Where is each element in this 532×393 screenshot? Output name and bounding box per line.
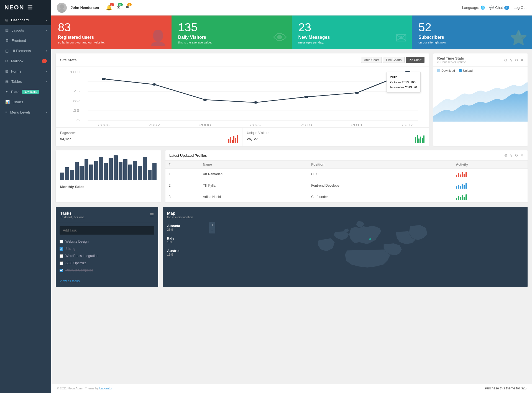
col-activity: Activity xyxy=(452,161,528,169)
stat-sub-messages: messages per day. xyxy=(298,41,405,44)
visitors-label: Unique Visitors xyxy=(247,131,424,135)
area-chart-svg xyxy=(433,75,528,122)
gear-icon[interactable]: ⚙ xyxy=(504,153,508,158)
tasks-panel: Tasks To do list, tick one. ☰ Website De… xyxy=(56,207,158,287)
site-stats-body: 100 75 50 25 0 2006 2007 2008 2009 2010 … xyxy=(56,66,429,146)
bar-item xyxy=(109,158,113,180)
realtime-sub: current server uptime xyxy=(437,60,466,64)
task-checkbox[interactable] xyxy=(60,269,63,272)
task-item: SEO Optimize xyxy=(60,260,154,267)
layouts-icon: ▤ xyxy=(5,28,9,32)
bar-item xyxy=(70,170,74,180)
avatar xyxy=(57,3,67,13)
profiles-title: Latest Updated Profiles xyxy=(169,153,207,158)
svg-text:2009: 2009 xyxy=(250,124,262,127)
sidebar-item-forms[interactable]: ⊟ Forms › xyxy=(0,66,51,76)
line-chart-svg: 100 75 50 25 0 2006 2007 2008 2009 2010 … xyxy=(56,66,429,127)
topbar-right: Language: 🌐 💬 Chat 3 Log Out xyxy=(462,6,526,10)
svg-point-0 xyxy=(60,4,64,9)
map-zoom-out[interactable]: − xyxy=(209,228,215,233)
latest-profiles-panel: Latest Updated Profiles ⚙ ∨ ↻ ✕ # Name P… xyxy=(165,150,528,202)
profiles-controls: ⚙ ∨ ↻ ✕ xyxy=(504,153,524,158)
alerts-button[interactable]: ⚑5 xyxy=(125,5,129,11)
country-pct: 18% xyxy=(167,240,203,244)
author-link[interactable]: Laborator xyxy=(99,387,112,390)
close-icon[interactable]: ✕ xyxy=(520,58,524,62)
hamburger-icon[interactable]: ☰ xyxy=(27,4,33,11)
task-checkbox[interactable] xyxy=(60,254,63,258)
sidebar: NEON ☰ ⊞ Dashboard › ▤ Layouts › 🖥 Front… xyxy=(0,0,51,393)
sidebar-item-charts[interactable]: 📊 Charts xyxy=(0,97,51,107)
sidebar-label-tables: Tables xyxy=(11,79,22,84)
table-row: 1 Art Ramadani CEO xyxy=(165,169,528,180)
notifications-button[interactable]: 🔔3 xyxy=(106,5,112,11)
task-checkbox[interactable] xyxy=(60,261,63,265)
sidebar-item-extra[interactable]: ✦ Extra New Items xyxy=(0,87,51,97)
chat-badge: 3 xyxy=(504,6,509,10)
bar-item xyxy=(138,166,142,180)
content-area: Site Stats Area Chart Line Charts Pie Ch… xyxy=(51,49,532,383)
monthly-sales-panel: Monthly Sales xyxy=(56,150,161,202)
language-selector[interactable]: Language: 🌐 xyxy=(462,6,485,10)
download-label: Download xyxy=(441,69,455,72)
svg-point-27 xyxy=(369,238,371,240)
copyright-text: © 2021 Neon Admin Theme by Laborator xyxy=(57,387,112,390)
svg-point-1 xyxy=(58,9,66,13)
menu-levels-icon: ≡ xyxy=(5,110,7,114)
cell-name: Ylli Pylla xyxy=(200,180,308,191)
username-label: John Henderson xyxy=(71,6,99,10)
add-task-input[interactable] xyxy=(60,226,154,235)
realtime-title: Real Time Stats xyxy=(437,56,466,60)
bar-item xyxy=(94,161,98,180)
chat-button[interactable]: 💬 Chat 3 xyxy=(489,6,509,10)
svg-text:2010: 2010 xyxy=(300,124,312,127)
tab-pie-chart[interactable]: Pie Chart xyxy=(406,57,424,63)
tab-line-charts[interactable]: Line Charts xyxy=(383,57,405,63)
country-pct: 15% xyxy=(167,253,203,256)
tab-area-chart[interactable]: Area Chart xyxy=(361,57,382,63)
country-name: Albania xyxy=(167,224,203,228)
chevron-down-icon[interactable]: ∨ xyxy=(510,58,513,62)
bar-item xyxy=(114,155,118,180)
cell-activity xyxy=(452,169,528,180)
sidebar-label-menu-levels: Menu Levels xyxy=(10,110,31,114)
svg-text:2008: 2008 xyxy=(199,124,211,127)
country-pct: 25% xyxy=(167,228,203,231)
task-checkbox[interactable] xyxy=(60,247,63,251)
refresh-icon[interactable]: ↻ xyxy=(515,153,518,158)
view-all-link[interactable]: View all tasks xyxy=(60,279,80,283)
sidebar-item-frontend[interactable]: 🖥 Frontend xyxy=(0,35,51,46)
messages-button[interactable]: ✉10 xyxy=(116,5,121,11)
task-checkbox[interactable] xyxy=(60,240,63,243)
svg-text:2006: 2006 xyxy=(98,124,110,127)
sidebar-item-ui-elements[interactable]: ◫ UI Elements › xyxy=(0,46,51,56)
map-zoom-in[interactable]: + xyxy=(209,222,215,228)
sidebar-item-dashboard[interactable]: ⊞ Dashboard › xyxy=(0,15,51,25)
download-legend-dot xyxy=(437,69,440,72)
sidebar-item-tables[interactable]: ▦ Tables › xyxy=(0,76,51,87)
messages-icon: ✉ xyxy=(395,30,407,46)
close-icon[interactable]: ✕ xyxy=(520,153,524,158)
bar-item xyxy=(119,162,123,180)
cell-name: Arlind Nushi xyxy=(200,191,308,203)
bar-item xyxy=(89,165,93,180)
profiles-table: # Name Position Activity 1 Art Ramadani … xyxy=(165,161,528,202)
chevron-right-icon: › xyxy=(46,19,47,22)
refresh-icon[interactable]: ↻ xyxy=(515,58,518,62)
svg-text:75: 75 xyxy=(73,89,80,93)
mailbox-icon: ✉ xyxy=(5,59,8,63)
list-icon[interactable]: ☰ xyxy=(150,212,154,217)
bar-item xyxy=(104,163,108,180)
row-tasks-map: Tasks To do list, tick one. ☰ Website De… xyxy=(56,207,528,287)
sidebar-item-mailbox[interactable]: ✉ Mailbox 8 xyxy=(0,56,51,66)
sidebar-item-menu-levels[interactable]: ≡ Menu Levels › xyxy=(0,107,51,117)
chevron-down-icon[interactable]: ∨ xyxy=(510,153,513,158)
svg-text:2012: 2012 xyxy=(402,124,414,127)
realtime-legend: Download Upload xyxy=(433,67,528,75)
gear-icon[interactable]: ⚙ xyxy=(504,58,508,62)
sidebar-item-layouts[interactable]: ▤ Layouts › xyxy=(0,25,51,35)
cell-num: 3 xyxy=(165,191,200,203)
table-row: 3 Arlind Nushi Co-founder xyxy=(165,191,528,203)
bar-item xyxy=(123,159,127,180)
logout-button[interactable]: Log Out xyxy=(514,6,526,10)
